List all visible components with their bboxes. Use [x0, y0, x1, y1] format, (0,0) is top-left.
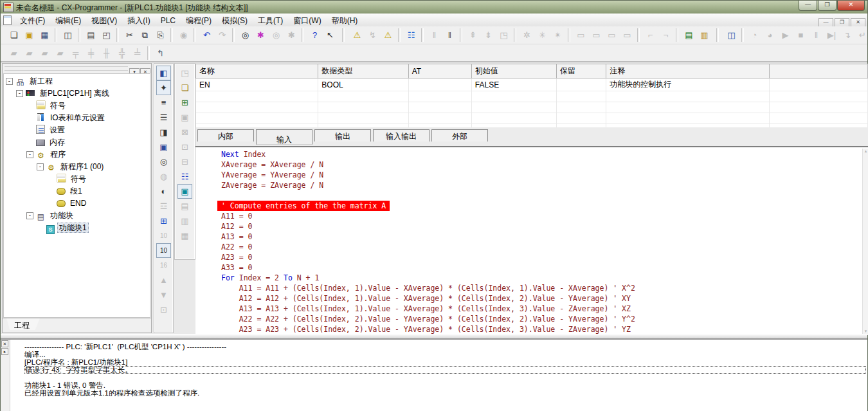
column-header-5[interactable]: 注释 — [606, 64, 769, 78]
fb-instance-button[interactable]: ☷ — [177, 169, 192, 184]
code-line-12[interactable]: For Index = 2 To N + 1 — [195, 273, 862, 283]
code-line-0[interactable]: Next Index — [195, 149, 862, 160]
menu-item-3[interactable]: 插入(I) — [122, 14, 155, 26]
tree-item-0[interactable]: -品新工程 — [4, 75, 150, 87]
output-line-1[interactable]: 编译... — [24, 351, 867, 358]
code-line-8[interactable]: A13 = 0 — [195, 232, 862, 242]
work-online-simulator-button[interactable]: ▤ — [682, 28, 696, 42]
io-tab-0[interactable]: 内部 — [197, 129, 254, 142]
output-line-0[interactable]: ---------------- PLC: '新PLC1' (PLC机型 'CP… — [24, 343, 867, 351]
output-scroll-button[interactable]: ▸ — [1, 348, 8, 355]
table-row-0[interactable]: ENBOOLFALSE功能块的控制执行 — [196, 78, 868, 91]
menu-item-7[interactable]: 工具(T) — [253, 14, 288, 26]
tree-item-8[interactable]: 符号 — [4, 173, 150, 185]
code-line-17[interactable]: A23 = A23 + (Cells(Index, 2).Value - YAv… — [195, 324, 862, 334]
simulator-settings-button[interactable]: ▥ — [697, 28, 712, 42]
edit-grid-button[interactable]: ⊞ — [177, 95, 192, 110]
watch-window-button[interactable]: ◫ — [724, 28, 739, 42]
monitor-decimal-button[interactable]: 10 — [156, 243, 171, 258]
compile-program-check-button[interactable]: ⚠ — [350, 28, 365, 42]
document-system-icon[interactable] — [3, 15, 12, 25]
save-project-button[interactable]: ▦ — [37, 28, 52, 42]
column-header-2[interactable]: AT — [408, 64, 471, 78]
editor-scrollbar[interactable]: ▲ ▼ — [862, 149, 868, 335]
tree-item-1[interactable]: -新PLC1[CP1H] 离线 — [4, 87, 150, 100]
output-line-3[interactable]: 错误:行 43: 字符串型字串太长。 — [24, 366, 866, 374]
zoom-tool-button[interactable]: ◎ — [156, 154, 171, 169]
new-view-window-button[interactable]: ◨ — [156, 125, 171, 140]
code-line-14[interactable]: A12 = A12 + (Cells(Index, 1).Value - XAv… — [195, 293, 862, 304]
new-file-button[interactable]: ❏ — [6, 28, 21, 42]
tree-expander-icon[interactable]: - — [6, 78, 13, 85]
compile-fb-button[interactable]: ✦ — [156, 80, 171, 95]
tab-project[interactable]: 工程 — [6, 318, 40, 331]
code-line-16[interactable]: A22 = A22 + (Cells(Index, 2).Value - YAv… — [195, 314, 862, 324]
column-header-6[interactable] — [769, 64, 867, 78]
table-empty-row[interactable] — [196, 102, 868, 113]
tree-item-7[interactable]: -⚙新程序1 (00) — [4, 161, 150, 173]
return-mode-button[interactable]: ↰ — [153, 46, 168, 60]
undo-button[interactable]: ↶ — [199, 28, 214, 42]
menu-item-0[interactable]: 文件(F) — [15, 14, 50, 26]
menu-item-8[interactable]: 窗口(W) — [288, 14, 326, 26]
copy-button[interactable]: ⧉ — [138, 28, 152, 42]
io-tab-2[interactable]: 输出 — [314, 129, 371, 142]
insert-symbol-button[interactable]: ❏ — [177, 80, 192, 95]
code-line-11[interactable]: A33 = 0 — [195, 262, 862, 273]
tree-expander-icon[interactable]: - — [26, 212, 33, 219]
replace-button[interactable]: ✱ — [253, 28, 268, 42]
tree-expander-icon[interactable]: - — [37, 163, 44, 170]
close-button[interactable]: ✕ — [837, 1, 865, 11]
menu-item-5[interactable]: 编程(P) — [181, 14, 217, 26]
horizontal-splitter[interactable] — [1, 334, 867, 339]
code-line-13[interactable]: A11 = A11 + (Cells(Index, 1).Value - XAv… — [195, 283, 862, 293]
scroll-down-icon[interactable]: ▼ — [863, 329, 868, 334]
help-button[interactable]: ? — [307, 28, 322, 42]
view-ladder-button[interactable]: ☰ — [156, 110, 171, 125]
output-line-5[interactable]: 功能块1 - 1 错误, 0 警告. — [24, 381, 867, 389]
tree-item-5[interactable]: 内存 — [4, 136, 150, 149]
cut-button[interactable]: ✂ — [122, 28, 137, 42]
code-line-5[interactable]: ' Compute entries of the the matrix A — [195, 201, 862, 211]
code-line-3[interactable]: ZAverage = ZAverage / N — [195, 180, 862, 190]
minimize-button[interactable]: — — [799, 1, 817, 11]
title-bar[interactable]: 未命名標題 - CX-Programmer - [新PLC1.功能块1 [功能块… — [1, 1, 867, 14]
code-line-10[interactable]: A23 = 0 — [195, 252, 862, 262]
code-line-9[interactable]: A22 = 0 — [195, 242, 862, 252]
tree-item-3[interactable]: IO表和单元设置 — [4, 112, 150, 124]
tree-item-9[interactable]: 段1 — [4, 185, 150, 197]
menu-item-1[interactable]: 编辑(E) — [50, 14, 86, 26]
code-line-1[interactable]: XAverage = XAverage / N — [195, 160, 862, 170]
io-tab-3[interactable]: 输入输出 — [373, 129, 429, 142]
pause-button[interactable]: ‖ — [442, 28, 457, 42]
tree-item-2[interactable]: 符号 — [4, 100, 150, 112]
menu-item-4[interactable]: PLC — [156, 14, 181, 27]
table-empty-row[interactable] — [196, 91, 868, 102]
tree-expander-icon[interactable]: - — [16, 90, 23, 97]
tree-item-4[interactable]: 设置 — [4, 124, 150, 136]
tree-item-10[interactable]: END — [4, 197, 150, 210]
find-button[interactable]: ◎ — [238, 28, 253, 42]
tree-item-11[interactable]: -▤功能块 — [4, 210, 150, 222]
menu-item-6[interactable]: 模拟(S) — [217, 14, 253, 26]
toggle-project-window-button[interactable]: ◧ — [156, 66, 171, 80]
drag-grip[interactable] — [5, 66, 128, 71]
view-mnemonic-button[interactable]: ≡ — [156, 95, 171, 110]
open-project-button[interactable]: ▣ — [22, 28, 37, 42]
code-line-7[interactable]: A12 = 0 — [195, 221, 862, 232]
maximize-button[interactable]: ❐ — [818, 1, 836, 11]
fb-st-editor-button[interactable]: ▣ — [177, 184, 192, 199]
output-line-4[interactable] — [24, 374, 867, 381]
code-line-15[interactable]: A13 = A13 + (Cells(Index, 1).Value - XAv… — [195, 304, 862, 314]
print-button[interactable]: ▤ — [84, 28, 98, 42]
column-header-0[interactable]: 名称 — [196, 64, 318, 78]
scroll-up-icon[interactable]: ▲ — [863, 149, 868, 154]
column-header-1[interactable]: 数据类型 — [318, 64, 408, 78]
code-line-4[interactable] — [195, 190, 862, 201]
io-comment-view-button[interactable]: ⊞ — [156, 214, 171, 228]
tree-expander-icon[interactable]: - — [26, 151, 33, 158]
output-line-6[interactable]: 已经用设置到单元版本1.1的程序检查选项检测了程序. — [24, 389, 867, 397]
menu-item-9[interactable]: 帮助(H) — [327, 14, 363, 26]
print-preview-button[interactable]: ◰ — [99, 28, 114, 42]
code-line-2[interactable]: YAverage = YAverage / N — [195, 170, 862, 180]
